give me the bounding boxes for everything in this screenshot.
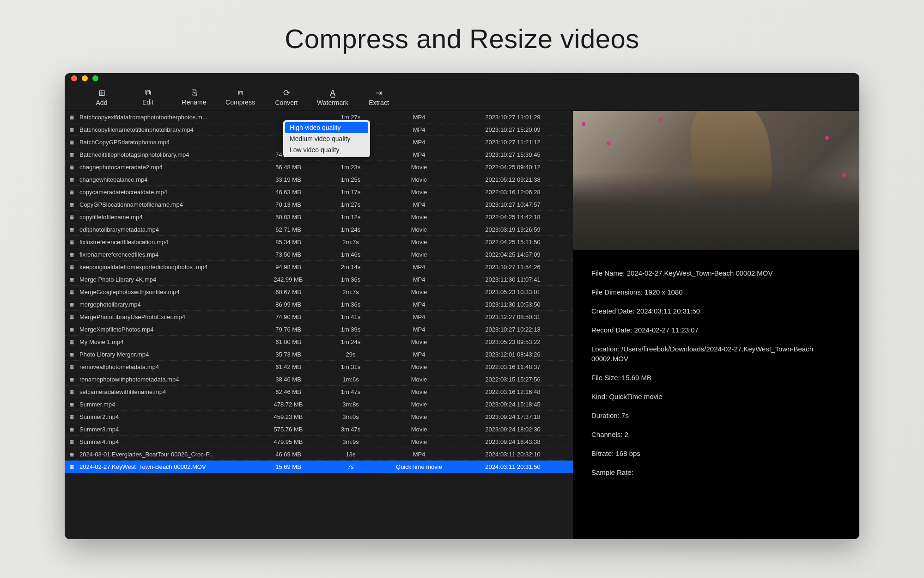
file-duration-cell: 1m:24s <box>321 226 381 233</box>
meta-kind: Kind: QuickTime movie <box>591 392 841 401</box>
file-name-cell: mergephotolibrary.mp4 <box>79 301 256 308</box>
file-icon: ▦ <box>69 401 79 407</box>
file-icon: ▦ <box>69 464 79 470</box>
file-date-cell: 2023:10:27 11:21:12 <box>457 139 568 146</box>
file-type-cell: MP4 <box>381 126 457 133</box>
file-row[interactable]: ▦ chagnephotocameradate2.mp4 56.48 MB 1m… <box>65 161 573 173</box>
compress-option[interactable]: High video quality <box>285 122 368 133</box>
extract-button[interactable]: ⇥Extract <box>356 86 402 109</box>
file-row[interactable]: ▦ fixlostreferencedfileslocation.mp4 85.… <box>65 236 573 248</box>
file-name-cell: removeallphotometadata.mp4 <box>79 363 256 370</box>
file-type-cell: MP4 <box>381 201 457 208</box>
meta-duration: Duration: 7s <box>591 411 841 420</box>
compress-option[interactable]: Low video quality <box>285 144 368 155</box>
file-date-cell: 2023:03:19 19:26:59 <box>457 226 568 233</box>
file-icon: ▦ <box>69 152 79 158</box>
file-icon: ▦ <box>69 426 79 432</box>
app-window: ⊞Add⧉Edit⎘Rename⧈Compress⟳ConvertA̲Water… <box>65 73 859 539</box>
file-duration-cell: 1m:6s <box>321 376 381 383</box>
file-size-cell: 479.95 MB <box>256 438 321 445</box>
toolbar-label: Convert <box>275 99 298 106</box>
file-date-cell: 2022:03:15 15:27:56 <box>457 376 568 383</box>
file-type-cell: Movie <box>381 176 457 183</box>
file-type-cell: QuickTime movie <box>381 463 457 470</box>
meta-dimensions: File Dimensions: 1920 x 1080 <box>591 287 841 297</box>
toolbar-label: Rename <box>182 98 207 106</box>
file-name-cell: Photo Library Merger.mp4 <box>79 351 256 358</box>
compress-dropdown[interactable]: High video qualityMedium video qualityLo… <box>283 120 370 157</box>
file-row[interactable]: ▦ copycameradatetocreatdate.mp4 46.63 MB… <box>65 186 573 198</box>
file-type-cell: Movie <box>381 289 457 295</box>
file-row[interactable]: ▦ My Movie 1.mp4 61.00 MB 1m:24s Movie 2… <box>65 336 573 348</box>
file-row[interactable]: ▦ Summer2.mp4 459.23 MB 3m:0s Movie 2023… <box>65 411 573 423</box>
edit-button[interactable]: ⧉Edit <box>125 86 171 109</box>
add-button[interactable]: ⊞Add <box>79 86 125 109</box>
toolbar-label: Compress <box>225 98 255 106</box>
file-name-cell: setcameradatewithfilename.mp4 <box>79 388 256 395</box>
file-date-cell: 2023:10:27 11:54:26 <box>457 264 568 271</box>
file-row[interactable]: ▦ keeporiginaldatefromexportedicloudphot… <box>65 261 573 273</box>
file-row[interactable]: ▦ setcameradatewithfilename.mp4 62.46 MB… <box>65 386 573 398</box>
file-name-cell: 2024-03-01.Everglades_BoatTour 00026_Cro… <box>79 451 256 458</box>
file-size-cell: 15.69 MB <box>256 463 321 470</box>
file-duration-cell: 2m:7s <box>321 289 381 295</box>
close-button[interactable] <box>71 75 77 81</box>
add-icon: ⊞ <box>98 88 105 98</box>
file-size-cell: 56.48 MB <box>256 164 321 171</box>
file-row[interactable]: ▦ Summer4.mp4 479.95 MB 3m:9s Movie 2023… <box>65 436 573 448</box>
file-name-cell: MergePhotoLibraryUsePhotoExifer.mp4 <box>79 314 256 320</box>
convert-icon: ⟳ <box>283 88 290 98</box>
watermark-button[interactable]: A̲Watermark <box>310 86 356 109</box>
file-row[interactable]: ▦ Merge Photo Library 4K.mp4 242.99 MB 1… <box>65 273 573 286</box>
file-name-cell: keeporiginaldatefromexportedicloudphotos… <box>79 264 256 271</box>
minimize-button[interactable] <box>82 75 88 81</box>
file-duration-cell: 3m:9s <box>321 438 381 445</box>
file-row[interactable]: ▦ 2024-03-01.Everglades_BoatTour 00026_C… <box>65 448 573 461</box>
file-date-cell: 2023:11:30 11:07:41 <box>457 276 568 283</box>
compress-option[interactable]: Medium video quality <box>285 133 368 144</box>
file-icon: ▦ <box>69 326 79 332</box>
file-row[interactable]: ▦ copytitletofilename.mp4 50.03 MB 1m:12… <box>65 211 573 223</box>
convert-button[interactable]: ⟳Convert <box>263 86 310 109</box>
file-list[interactable]: ▦ Batchcopyexifdatafromaphototootherphot… <box>65 111 573 539</box>
file-duration-cell: 1m:36s <box>321 276 381 283</box>
watermark-icon: A̲ <box>330 88 335 98</box>
file-row[interactable]: ▦ renamephotowithphotometadata.mp4 38.46… <box>65 373 573 386</box>
file-row[interactable]: ▦ MergeXmpfiletoPhotos.mp4 79.76 MB 1m:3… <box>65 323 573 336</box>
maximize-button[interactable] <box>92 75 98 81</box>
file-type-cell: Movie <box>381 388 457 395</box>
file-name-cell: Summer4.mp4 <box>79 438 256 445</box>
file-name-cell: Batchcopyfilenametotitleinphotolibrary.m… <box>79 126 256 133</box>
rename-icon: ⎘ <box>192 88 197 98</box>
file-row[interactable]: ▦ Summer.mp4 478.72 MB 3m:8s Movie 2023:… <box>65 398 573 411</box>
file-row[interactable]: ▦ MergeGooglephotoswithjsonfiles.mp4 60.… <box>65 286 573 298</box>
file-type-cell: Movie <box>381 189 457 196</box>
file-name-cell: renamephotowithphotometadata.mp4 <box>79 376 256 383</box>
file-duration-cell: 1m:12s <box>321 214 381 221</box>
file-row[interactable]: ▦ changewhitebalance.mp4 33.19 MB 1m:25s… <box>65 173 573 186</box>
file-row[interactable]: ▦ fixrenamereferencedfiles.mp4 73.50 MB … <box>65 248 573 261</box>
file-date-cell: 2022:03:16 12:06:28 <box>457 189 568 196</box>
file-row[interactable]: ▦ MergePhotoLibraryUsePhotoExifer.mp4 74… <box>65 311 573 323</box>
file-icon: ▦ <box>69 314 79 320</box>
file-row[interactable]: ▦ CopyGPSlocationnametofilename.mp4 70.1… <box>65 198 573 211</box>
file-duration-cell: 1m:47s <box>321 388 381 395</box>
rename-button[interactable]: ⎘Rename <box>171 86 217 109</box>
file-row[interactable]: ▦ 2024-02-27.KeyWest_Town-Beach 00002.MO… <box>65 461 573 473</box>
file-duration-cell: 1m:46s <box>321 251 381 258</box>
file-size-cell: 242.99 MB <box>256 276 321 283</box>
compress-button[interactable]: ⧈Compress <box>217 86 263 109</box>
file-row[interactable]: ▦ Photo Library Merger.mp4 35.73 MB 29s … <box>65 348 573 361</box>
file-duration-cell: 1m:41s <box>321 314 381 320</box>
file-row[interactable]: ▦ mergephotolibrary.mp4 86.99 MB 1m:36s … <box>65 298 573 311</box>
file-row[interactable]: ▦ editphotolibrarymetadata.mp4 62.71 MB … <box>65 223 573 236</box>
file-name-cell: My Movie 1.mp4 <box>79 338 256 345</box>
file-duration-cell: 1m:27s <box>321 201 381 208</box>
file-row[interactable]: ▦ removeallphotometadata.mp4 61.42 MB 1m… <box>65 361 573 373</box>
file-icon: ▦ <box>69 364 79 370</box>
file-date-cell: 2022:03:16 12:16:48 <box>457 388 568 395</box>
video-preview[interactable] <box>573 111 859 250</box>
file-icon: ▦ <box>69 127 79 133</box>
file-row[interactable]: ▦ Summer3.mp4 575.76 MB 3m:47s Movie 202… <box>65 423 573 436</box>
file-type-cell: Movie <box>381 438 457 445</box>
